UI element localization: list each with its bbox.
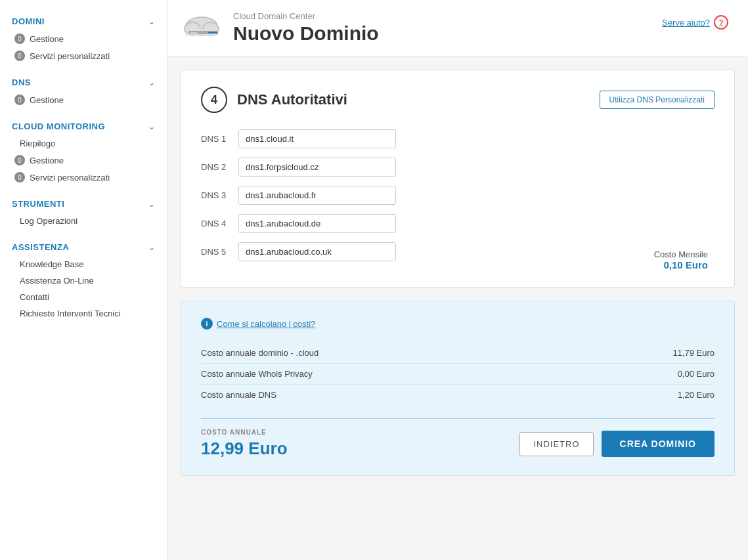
- monthly-cost-value: 0,10 Euro: [654, 259, 708, 270]
- sidebar-label-domini-gestione: Gestione: [30, 34, 64, 44]
- badge-domini-servizi: 0: [14, 51, 25, 61]
- sidebar-item-richieste[interactable]: Richieste Interventi Tecnici: [0, 305, 167, 322]
- cost-table: Costo annuale dominio - .cloud 11,79 Eur…: [201, 343, 715, 405]
- custom-dns-button[interactable]: Utilizza DNS Personalizzati: [600, 91, 715, 109]
- sidebar-item-contatti[interactable]: Contatti: [0, 289, 167, 305]
- sidebar: DOMINI ⌄ 0 Gestione 0 Servizi personaliz…: [0, 0, 167, 560]
- sidebar-section-domini[interactable]: DOMINI ⌄: [0, 10, 167, 30]
- cost-row-whois: Costo annuale Whois Privacy 0,00 Euro: [201, 364, 715, 385]
- sidebar-item-knowledge-base[interactable]: Knowledge Base: [0, 256, 167, 272]
- total-left: COSTO ANNUALE 12,99 Euro: [201, 429, 288, 459]
- svg-text:www: www: [190, 31, 198, 35]
- badge-domini-gestione: 0: [14, 33, 25, 44]
- help-link-text: Serve aiuto?: [662, 18, 710, 28]
- badge-cloud-servizi: 0: [14, 172, 25, 183]
- sidebar-label-contatti: Contatti: [20, 292, 49, 302]
- chevron-down-icon-assistenza: ⌄: [148, 243, 155, 252]
- dns-card-title: DNS Autoritativi: [237, 91, 347, 108]
- sidebar-item-domini-servizi[interactable]: 0 Servizi personalizzati: [0, 47, 167, 64]
- badge-dns-gestione: 0: [14, 95, 25, 105]
- dns-4-label: DNS 4: [201, 219, 231, 228]
- dns-row-5: DNS 5: [201, 242, 654, 261]
- sidebar-section-title-strumenti: STRUMENTI: [12, 199, 64, 209]
- page-title: Nuovo Dominio: [233, 22, 379, 45]
- header-titles: Cloud Domain Center Nuovo Dominio: [233, 11, 379, 45]
- dns-2-input[interactable]: [238, 158, 396, 177]
- sidebar-label-domini-servizi: Servizi personalizzati: [30, 51, 110, 61]
- sidebar-section-dns[interactable]: DNS ⌄: [0, 71, 167, 91]
- sidebar-item-dns-gestione[interactable]: 0 Gestione: [0, 91, 167, 108]
- sidebar-item-cloud-servizi[interactable]: 0 Servizi personalizzati: [0, 169, 167, 186]
- total-annual-value: 12,99 Euro: [201, 439, 288, 459]
- badge-cloud-gestione: 0: [14, 155, 25, 165]
- sidebar-section-strumenti[interactable]: STRUMENTI ⌄: [0, 192, 167, 213]
- dns-1-input[interactable]: [238, 129, 396, 148]
- step-number: 4: [201, 87, 227, 113]
- dns-1-label: DNS 1: [201, 134, 231, 144]
- dns-fields: DNS 1 DNS 2 DNS 3 DNS 4: [201, 129, 654, 270]
- cost-calculation-link-wrap: i Come si calcolano i costi?: [201, 318, 715, 330]
- total-annual-label: COSTO ANNUALE: [201, 429, 288, 436]
- dns-3-label: DNS 3: [201, 190, 231, 200]
- dns-row-2: DNS 2: [201, 158, 654, 177]
- header-left: www Cloud Domain Center Nuovo Dominio: [181, 10, 379, 46]
- cost-row-dns: Costo annuale DNS 1,20 Euro: [201, 385, 715, 405]
- sidebar-label-assistenza-online: Assistenza On-Line: [20, 276, 94, 286]
- monthly-cost-section: Costo Mensile 0,10 Euro: [654, 249, 715, 270]
- sidebar-item-domini-gestione[interactable]: 0 Gestione: [0, 30, 167, 47]
- monthly-cost-label: Costo Mensile: [654, 249, 708, 259]
- sidebar-section-assistenza[interactable]: ASSISTENZA ⌄: [0, 236, 167, 256]
- header-subtitle: Cloud Domain Center: [233, 11, 379, 21]
- dns-content-wrap: DNS 1 DNS 2 DNS 3 DNS 4: [201, 129, 715, 270]
- info-icon: i: [201, 318, 213, 330]
- help-link[interactable]: Serve aiuto? ?: [662, 15, 728, 30]
- total-section: COSTO ANNUALE 12,99 Euro INDIETRO CREA D…: [201, 418, 715, 459]
- dns-row-3: DNS 3: [201, 186, 654, 205]
- dns-3-input[interactable]: [238, 186, 396, 205]
- cloud-domain-icon: www: [181, 10, 223, 46]
- dns-card-title-wrap: 4 DNS Autoritativi: [201, 87, 347, 113]
- dns-card: 4 DNS Autoritativi Utilizza DNS Personal…: [181, 70, 735, 288]
- cost-calculation-link[interactable]: Come si calcolano i costi?: [217, 319, 315, 329]
- chevron-down-icon-strumenti: ⌄: [148, 200, 155, 209]
- chevron-down-icon-dns: ⌄: [148, 78, 155, 87]
- chevron-down-icon-cloud: ⌄: [148, 122, 155, 131]
- cost-whois-label: Costo annuale Whois Privacy: [201, 369, 313, 379]
- sidebar-section-title-dns: DNS: [12, 77, 31, 87]
- dns-2-label: DNS 2: [201, 162, 231, 172]
- help-icon: ?: [714, 15, 728, 30]
- cost-whois-value: 0,00 Euro: [678, 369, 715, 379]
- sidebar-section-title-domini: DOMINI: [12, 16, 45, 26]
- back-button[interactable]: INDIETRO: [519, 432, 593, 456]
- sidebar-item-cloud-gestione[interactable]: 0 Gestione: [0, 152, 167, 169]
- sidebar-label-cloud-servizi: Servizi personalizzati: [30, 173, 110, 183]
- main-content: www Cloud Domain Center Nuovo Dominio Se…: [167, 0, 748, 560]
- cost-dns-label: Costo annuale DNS: [201, 390, 276, 400]
- sidebar-item-assistenza-online[interactable]: Assistenza On-Line: [0, 272, 167, 289]
- summary-card: i Come si calcolano i costi? Costo annua…: [181, 301, 735, 476]
- sidebar-label-knowledge-base: Knowledge Base: [20, 259, 84, 269]
- cost-domain-value: 11,79 Euro: [672, 348, 715, 358]
- sidebar-section-title-cloud-monitoring: CLOUD MONITORING: [12, 121, 105, 131]
- sidebar-label-log-operazioni: Log Operazioni: [20, 216, 77, 226]
- sidebar-section-cloud-monitoring[interactable]: CLOUD MONITORING ⌄: [0, 115, 167, 135]
- page-content: 4 DNS Autoritativi Utilizza DNS Personal…: [167, 56, 748, 489]
- total-buttons: INDIETRO CREA DOMINIO: [519, 431, 715, 457]
- sidebar-section-title-assistenza: ASSISTENZA: [12, 242, 69, 252]
- cost-dns-value: 1,20 Euro: [678, 390, 715, 400]
- cost-row-domain: Costo annuale dominio - .cloud 11,79 Eur…: [201, 343, 715, 364]
- sidebar-item-cloud-riepilogo[interactable]: Riepilogo: [0, 135, 167, 152]
- chevron-down-icon: ⌄: [148, 17, 155, 26]
- sidebar-label-cloud-riepilogo: Riepilogo: [20, 139, 55, 148]
- dns-row-1: DNS 1: [201, 129, 654, 148]
- dns-row-4: DNS 4: [201, 214, 654, 233]
- sidebar-label-cloud-gestione: Gestione: [30, 156, 64, 165]
- dns-5-label: DNS 5: [201, 247, 231, 257]
- sidebar-item-log-operazioni[interactable]: Log Operazioni: [0, 213, 167, 229]
- create-domain-button[interactable]: CREA DOMINIO: [602, 431, 715, 457]
- cost-domain-label: Costo annuale dominio - .cloud: [201, 348, 319, 358]
- dns-card-header: 4 DNS Autoritativi Utilizza DNS Personal…: [201, 87, 715, 113]
- dns-5-input[interactable]: [238, 242, 396, 261]
- sidebar-label-dns-gestione: Gestione: [30, 95, 64, 105]
- dns-4-input[interactable]: [238, 214, 396, 233]
